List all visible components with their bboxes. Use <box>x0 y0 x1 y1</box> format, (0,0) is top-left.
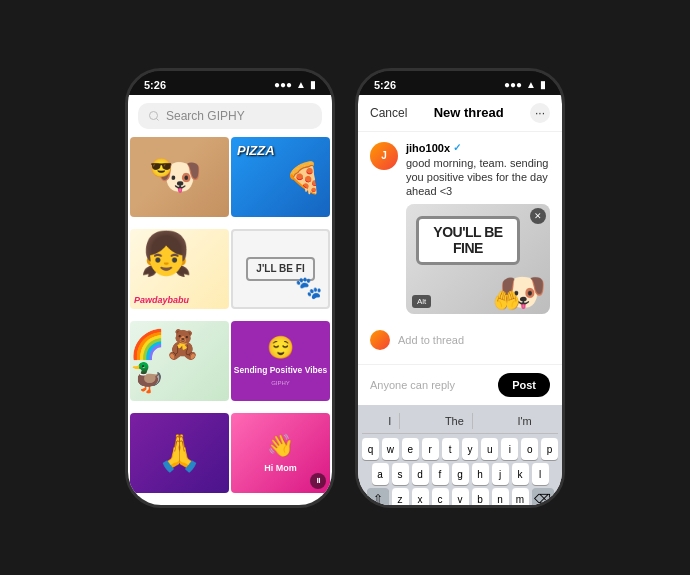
key-v[interactable]: v <box>452 488 469 504</box>
vibes-emoji: 😌 <box>267 335 294 361</box>
key-i[interactable]: i <box>501 438 518 460</box>
right-status-icons: ●●● ▲ ▮ <box>504 79 546 90</box>
keyboard-row-1: q w e r t y u i o p <box>362 438 558 460</box>
key-k[interactable]: k <box>512 463 529 485</box>
key-e[interactable]: e <box>402 438 419 460</box>
post-text: good morning, team. sending you positive… <box>406 156 550 199</box>
reply-bar: Anyone can reply Post <box>358 364 562 405</box>
post-button[interactable]: Post <box>498 373 550 397</box>
key-a[interactable]: a <box>372 463 389 485</box>
key-r[interactable]: r <box>422 438 439 460</box>
key-q[interactable]: q <box>362 438 379 460</box>
key-f[interactable]: f <box>432 463 449 485</box>
thread-screen: Cancel New thread ··· J jiho100x ✓ good … <box>358 95 562 505</box>
key-y[interactable]: y <box>462 438 479 460</box>
pizza-emoji: 🍕 <box>285 159 322 194</box>
right-battery-icon: ▮ <box>540 79 546 90</box>
key-g[interactable]: g <box>452 463 469 485</box>
search-bar: Search GIPHY <box>128 95 332 137</box>
add-thread-text: Add to thread <box>398 334 464 346</box>
key-c[interactable]: c <box>432 488 449 504</box>
avatar: J <box>370 142 398 170</box>
vibes-brand: GIPHY <box>271 380 290 386</box>
gif-close-button[interactable]: ✕ <box>530 208 546 224</box>
key-d[interactable]: d <box>412 463 429 485</box>
left-phone: 5:26 ●●● ▲ ▮ Search GIPHY 🐶 😎 PIZZA <box>125 68 335 508</box>
right-phone: 5:26 ●●● ▲ ▮ Cancel New thread ··· J jih… <box>355 68 565 508</box>
keyboard-row-3: ⇧ z x c v b n m ⌫ <box>362 488 558 504</box>
wifi-icon: ▲ <box>296 79 306 90</box>
search-placeholder: Search GIPHY <box>166 109 245 123</box>
key-t[interactable]: t <box>442 438 459 460</box>
gif-preview-inner: YOU'LL BE FINE 🐶 🤲 Alt ✕ <box>406 204 550 314</box>
sunglasses-overlay: 😎 <box>150 157 172 179</box>
right-signal-icon: ●●● <box>504 79 522 90</box>
gif-pizza[interactable]: PIZZA 🍕 <box>231 137 330 217</box>
thread-post: J jiho100x ✓ good morning, team. sending… <box>358 132 562 325</box>
backspace-key[interactable]: ⌫ <box>532 488 554 504</box>
key-o[interactable]: o <box>521 438 538 460</box>
key-u[interactable]: u <box>481 438 498 460</box>
youll-be-fine-text: J'LL BE FI <box>256 263 304 274</box>
battery-icon: ▮ <box>310 79 316 90</box>
username-text: jiho100x <box>406 142 450 154</box>
svg-point-0 <box>150 111 158 119</box>
search-input[interactable]: Search GIPHY <box>138 103 322 129</box>
gif-vibes[interactable]: 😌 Sending Positive Vibes GIPHY <box>231 321 330 401</box>
gif-preview: YOU'LL BE FINE 🐶 🤲 Alt ✕ <box>406 204 550 314</box>
gif-alt-badge: Alt <box>412 295 431 308</box>
small-avatar <box>370 330 390 350</box>
add-to-thread[interactable]: Add to thread <box>358 324 562 356</box>
giphy-screen: Search GIPHY 🐶 😎 PIZZA 🍕 👧 Pawdaybabu <box>128 95 332 505</box>
thread-title: New thread <box>434 105 504 120</box>
vibes-text: Sending Positive Vibes <box>234 365 327 375</box>
key-s[interactable]: s <box>392 463 409 485</box>
himom-text: Hi Mom <box>264 463 297 473</box>
gif-girl[interactable]: 👧 Pawdaybabu <box>130 229 229 309</box>
gif-himom[interactable]: 👋 Hi Mom ⏸ <box>231 413 330 493</box>
left-status-icons: ●●● ▲ ▮ <box>274 79 316 90</box>
shift-key[interactable]: ⇧ <box>367 488 389 504</box>
right-time: 5:26 <box>374 79 396 91</box>
colorful-content: 🌈🧸🦆 <box>130 328 229 394</box>
suggestion-the[interactable]: The <box>437 413 473 429</box>
cancel-button[interactable]: Cancel <box>370 106 407 120</box>
gif-youllbefine[interactable]: J'LL BE FI 🐾 <box>231 229 330 309</box>
key-w[interactable]: w <box>382 438 399 460</box>
post-body: jiho100x ✓ good morning, team. sending y… <box>406 142 550 315</box>
pizza-label: PIZZA <box>237 143 275 158</box>
gif-dog-sunglasses[interactable]: 🐶 😎 <box>130 137 229 217</box>
left-time: 5:26 <box>144 79 166 91</box>
hands-emoji: 🤲 <box>493 288 520 314</box>
key-j[interactable]: j <box>492 463 509 485</box>
small-dog-emoji: 🐾 <box>295 275 322 301</box>
key-m[interactable]: m <box>512 488 529 504</box>
thread-content: J jiho100x ✓ good morning, team. sending… <box>358 132 562 505</box>
key-p[interactable]: p <box>541 438 558 460</box>
gif-praying[interactable]: 🙏 <box>130 413 229 493</box>
key-n[interactable]: n <box>492 488 509 504</box>
verified-badge: ✓ <box>453 142 461 153</box>
suggestion-im[interactable]: I'm <box>509 413 539 429</box>
key-h[interactable]: h <box>472 463 489 485</box>
key-l[interactable]: l <box>532 463 549 485</box>
thread-header: Cancel New thread ··· <box>358 95 562 132</box>
left-status-bar: 5:26 ●●● ▲ ▮ <box>128 71 332 95</box>
girl-label: Pawdaybabu <box>134 295 189 305</box>
more-icon: ··· <box>535 106 545 120</box>
girl-emoji: 👧 <box>140 229 192 278</box>
key-x[interactable]: x <box>412 488 429 504</box>
suggestion-i[interactable]: I <box>380 413 400 429</box>
post-username: jiho100x ✓ <box>406 142 550 154</box>
gif-sign-text: YOU'LL BE FINE <box>423 225 513 256</box>
keyboard: I The I'm q w e r t y u i o p <box>358 405 562 504</box>
search-icon <box>148 110 160 122</box>
gif-colorful[interactable]: 🌈🧸🦆 <box>130 321 229 401</box>
signal-icon: ●●● <box>274 79 292 90</box>
key-b[interactable]: b <box>472 488 489 504</box>
more-options-button[interactable]: ··· <box>530 103 550 123</box>
right-wifi-icon: ▲ <box>526 79 536 90</box>
key-z[interactable]: z <box>392 488 409 504</box>
pause-button[interactable]: ⏸ <box>310 473 326 489</box>
keyboard-row-2: a s d f g h j k l <box>362 463 558 485</box>
